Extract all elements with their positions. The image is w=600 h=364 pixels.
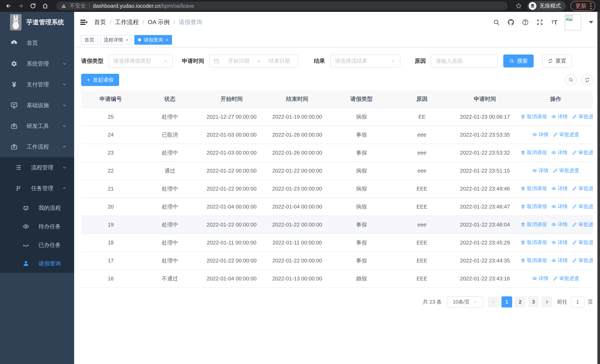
- column-header: 申请编号: [81, 90, 140, 108]
- page-button-1[interactable]: 1: [501, 296, 512, 308]
- forward-icon[interactable]: [17, 2, 24, 10]
- breadcrumb-home[interactable]: 首页: [94, 18, 106, 26]
- tab-label: 首页: [84, 37, 94, 43]
- toggle-search-button[interactable]: [565, 74, 577, 86]
- avatar[interactable]: [565, 14, 581, 30]
- cancel-leave-action[interactable]: 取消请假: [521, 185, 547, 192]
- detail-action[interactable]: 详情: [551, 185, 568, 192]
- tree-list-icon: [14, 163, 23, 172]
- search-button[interactable]: 搜索: [503, 55, 534, 67]
- breadcrumb-oa-example[interactable]: OA 示例: [148, 18, 169, 26]
- prev-page-button[interactable]: [488, 296, 499, 308]
- tab-leave-query[interactable]: 请假查询 ×: [134, 35, 172, 45]
- table-cell: 2022-01-22 00:00:00: [264, 252, 331, 270]
- sidebar-item-my-process[interactable]: 我的流程: [0, 199, 74, 217]
- browser-menu-icon[interactable]: [590, 3, 591, 9]
- approval-progress-action[interactable]: 审批进度: [572, 239, 593, 246]
- update-button[interactable]: 更新: [571, 1, 595, 11]
- sidebar-item-pay[interactable]: ¥ 支付管理: [0, 74, 74, 95]
- sidebar-item-task-mgmt[interactable]: 任务管理: [0, 178, 74, 199]
- fullscreen-icon[interactable]: [536, 18, 544, 26]
- sidebar-item-infra[interactable]: 基础设施: [0, 95, 74, 116]
- help-icon[interactable]: [521, 18, 529, 26]
- github-icon[interactable]: [507, 18, 515, 26]
- detail-action[interactable]: 详情: [551, 203, 568, 210]
- home-icon[interactable]: [41, 2, 49, 10]
- browser-scrollbar[interactable]: [597, 12, 600, 364]
- cancel-leave-action[interactable]: 取消请假: [521, 149, 547, 156]
- sidebar-item-dev[interactable]: 研发工具: [0, 116, 74, 136]
- chevron-down-icon: [62, 123, 67, 129]
- approval-progress-action[interactable]: 审批进度: [572, 113, 593, 120]
- detail-action[interactable]: 详情: [532, 167, 548, 174]
- cancel-leave-action[interactable]: 取消请假: [521, 239, 547, 246]
- goto-page-input[interactable]: [571, 296, 584, 308]
- sidebar-item-process-mgmt[interactable]: 流程管理: [0, 157, 74, 178]
- sidebar-collapse-icon[interactable]: [80, 18, 88, 26]
- address-bar[interactable]: 不安全 dashboard.yudao.iocoder.cn/bpm/oa/le…: [56, 2, 507, 10]
- close-icon[interactable]: ×: [166, 37, 168, 43]
- breadcrumb-workflow[interactable]: 工作流程: [115, 18, 139, 26]
- cancel-leave-action[interactable]: 取消请假: [521, 113, 547, 120]
- page-button-2[interactable]: 2: [515, 296, 525, 308]
- close-icon[interactable]: ×: [126, 37, 128, 43]
- sidebar-item-workflow[interactable]: 工作流程: [0, 136, 74, 157]
- edit-pen-icon: [572, 258, 577, 263]
- sidebar-item-home[interactable]: 首页: [0, 33, 74, 53]
- sidebar-item-leave-query[interactable]: 请假查询: [0, 254, 74, 273]
- table-row: 23处理中2022-01-03 00:00:002022-01-26 00:00…: [81, 144, 593, 162]
- font-size-icon[interactable]: TT: [550, 18, 558, 26]
- approval-progress-action[interactable]: 审批进度: [572, 185, 593, 192]
- reason-input[interactable]: [431, 55, 498, 67]
- approval-progress-action[interactable]: 审批进度: [572, 257, 593, 264]
- cancel-leave-action[interactable]: 取消请假: [521, 221, 547, 228]
- detail-action[interactable]: 详情: [551, 257, 568, 264]
- trash-icon: [521, 258, 525, 263]
- detail-action[interactable]: 详情: [551, 221, 568, 228]
- approval-progress-action[interactable]: 审批进度: [553, 167, 579, 174]
- url-path: /bpm/oa/leave: [160, 3, 194, 9]
- table-cell: 2022-01-23 00:00:00: [264, 180, 331, 198]
- apply-time-range-picker[interactable]: 开始日期 - 结束日期: [209, 55, 298, 67]
- detail-action[interactable]: 详情: [551, 149, 568, 156]
- approval-progress-action[interactable]: 审批进度: [572, 203, 593, 210]
- reset-button[interactable]: 重置: [542, 55, 572, 67]
- bookmark-star-icon[interactable]: [515, 2, 522, 10]
- detail-action[interactable]: 详情: [551, 113, 568, 120]
- next-page-button[interactable]: [542, 296, 552, 308]
- table-cell: EEE: [392, 270, 451, 288]
- sidebar-item-label: 流程管理: [31, 164, 62, 171]
- cancel-leave-action[interactable]: 取消请假: [521, 257, 547, 264]
- sidebar-item-system[interactable]: 系统管理: [0, 53, 74, 74]
- table-cell: EEE: [392, 198, 451, 216]
- detail-action[interactable]: 详情: [532, 275, 548, 282]
- back-icon[interactable]: [5, 2, 12, 10]
- sidebar-item-label: 请假查询: [38, 260, 67, 267]
- approval-progress-action[interactable]: 审批进度: [572, 149, 593, 156]
- detail-action[interactable]: 详情: [532, 131, 548, 138]
- trash-icon: [521, 204, 525, 209]
- refresh-table-button[interactable]: [581, 74, 593, 86]
- tab-home[interactable]: 首页: [81, 35, 98, 45]
- actions-cell: 取消请假详情审批进度: [518, 198, 593, 216]
- leave-type-select[interactable]: 请选择请假类型: [109, 55, 173, 67]
- cancel-leave-action[interactable]: 取消请假: [521, 203, 547, 210]
- page-button-3[interactable]: 3: [528, 296, 539, 308]
- create-leave-button[interactable]: + 发起请假: [81, 74, 119, 86]
- leave-table: 申请编号 状态 开始时间 结束时间 请假类型 原因 申请时间 操作 25处理中2…: [81, 90, 593, 288]
- header-search-icon[interactable]: [493, 18, 500, 26]
- reload-icon[interactable]: [29, 2, 37, 10]
- sidebar-item-label: 已办任务: [38, 241, 67, 249]
- sidebar-logo[interactable]: 芋道管理系统: [0, 12, 74, 33]
- tab-process-detail[interactable]: 流程详情 ×: [100, 35, 132, 45]
- detail-action[interactable]: 详情: [551, 239, 568, 246]
- approval-progress-action[interactable]: 审批进度: [572, 221, 593, 228]
- sidebar-item-done-tasks[interactable]: 已办任务: [0, 236, 74, 254]
- approval-progress-action[interactable]: 审批进度: [553, 131, 579, 138]
- approval-progress-action[interactable]: 审批进度: [553, 275, 579, 282]
- avatar-caret-icon[interactable]: [589, 21, 593, 24]
- sidebar-item-todo-tasks[interactable]: 待办任务: [0, 217, 74, 236]
- result-select[interactable]: 请选择流结果: [330, 55, 400, 67]
- page-size-select[interactable]: 10条/页: [447, 296, 483, 308]
- chevron-up-icon: [62, 144, 67, 149]
